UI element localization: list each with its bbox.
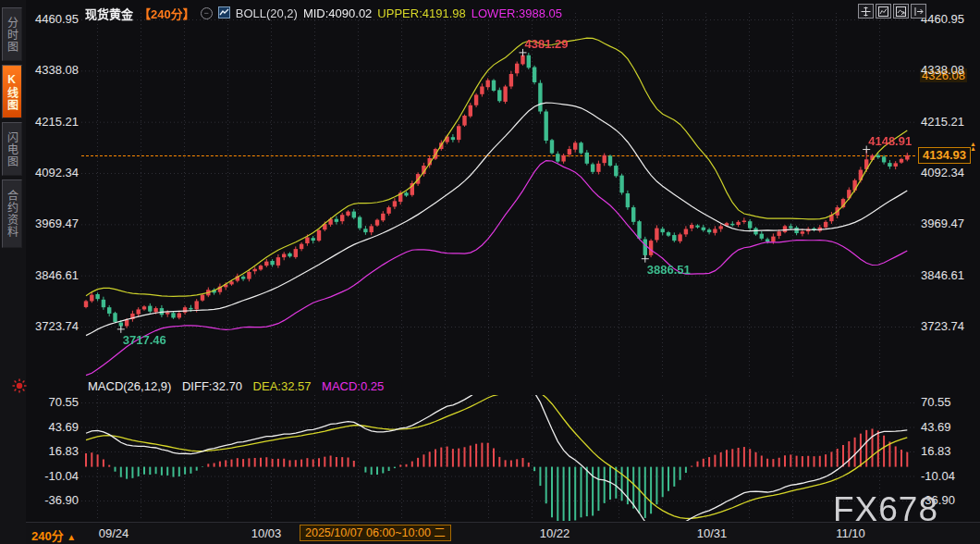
sidebar-item-0[interactable]: 分时图 <box>2 7 22 61</box>
price-axis-label: 4092.34 <box>26 166 79 179</box>
boll-lower-value: LOWER:3988.05 <box>472 6 562 20</box>
price-axis-label: 4460.95 <box>26 12 79 26</box>
x-axis-date: 10/31 <box>697 526 728 540</box>
sidebar: 分时图K线图闪电图合约资料 <box>0 0 26 544</box>
chart-header: 现货黄金 【240分】 − BOLL(20,2) MID:4090.02 UPP… <box>85 5 562 22</box>
macd-diff-value: DIFF:32.70 <box>182 379 242 393</box>
macd-axis-label: 70.55 <box>26 395 79 409</box>
crosshair-date-box: 2025/10/07 06:00~10:00 二 <box>300 525 451 541</box>
price-axis-label: 3723.74 <box>26 319 79 333</box>
period-dropdown[interactable]: 240分 ▲ <box>31 526 76 544</box>
macd-chart-canvas[interactable] <box>81 395 917 521</box>
price-axis-label: 3846.61 <box>26 268 79 282</box>
price-axis-label: 4460.95 <box>921 12 978 26</box>
main-chart-canvas[interactable] <box>81 13 917 379</box>
collapse-icon[interactable]: − <box>201 7 213 19</box>
chart-toolbar <box>858 4 926 19</box>
macd-axis-label: 43.69 <box>921 420 978 434</box>
price-axis-label: 4338.08 <box>921 63 978 77</box>
macd-axis-label: 43.69 <box>26 420 79 434</box>
macd-macd-value: MACD:0.25 <box>322 379 384 393</box>
sidebar-item-3[interactable]: 合约资料 <box>2 179 22 248</box>
macd-axis-label: -10.04 <box>921 469 978 483</box>
price-axis-label: 4338.08 <box>26 63 79 77</box>
sidebar-item-2[interactable]: 闪电图 <box>2 122 22 176</box>
period-dropdown-label: 240分 <box>31 529 64 543</box>
price-axis-label: 3969.47 <box>921 216 978 230</box>
price-annotation: 3886.51 <box>647 263 691 277</box>
x-axis-date: 10/22 <box>540 526 570 540</box>
restore-scale-icon[interactable] <box>876 4 891 19</box>
macd-dea-value: DEA:32.57 <box>253 379 312 393</box>
price-axis-label: 4215.21 <box>921 115 978 129</box>
bottom-axis-bar: 240分 ▲ 2025/10/07 06:00~10:00 二 09/2410/… <box>26 522 980 544</box>
macd-header: MACD(26,12,9) DIFF:32.70 DEA:32.57 MACD:… <box>88 379 384 393</box>
macd-name: MACD(26,12,9) <box>88 379 171 393</box>
boll-upper-value: UPPER:4191.98 <box>377 6 465 20</box>
price-axis-label: 3723.74 <box>921 319 978 333</box>
macd-axis-label: -10.04 <box>26 469 79 483</box>
go-latest-icon[interactable] <box>911 4 926 19</box>
price-scale-arrows-icon: ▲▲ <box>970 142 976 151</box>
price-annotation: 4148.91 <box>868 134 912 148</box>
x-axis-date: 11/10 <box>836 526 865 540</box>
trading-app: 分时图K线图闪电图合约资料 现货黄金 【240分】 − BOLL(20,2) M… <box>0 0 980 544</box>
current-price-box: 4134.93 <box>918 147 971 164</box>
macd-axis-label: 16.83 <box>921 444 978 458</box>
x-axis-date: 09/24 <box>99 526 129 540</box>
price-annotation: 4381.29 <box>525 37 569 51</box>
macd-axis-label: 16.83 <box>26 444 79 458</box>
price-axis-label: 3969.47 <box>26 216 79 230</box>
boll-label: BOLL(20,2) <box>236 6 298 20</box>
symbol-name: 现货黄金 <box>85 5 133 22</box>
indicator-chart-icon <box>218 6 230 21</box>
macd-axis-label: 70.55 <box>921 395 978 409</box>
boll-mid-value: MID:4090.02 <box>303 6 372 20</box>
zoom-chart-icon[interactable] <box>893 4 909 19</box>
price-axis-label: 4215.21 <box>26 115 79 129</box>
price-annotation: 3717.46 <box>123 333 166 347</box>
price-axis-label: 4092.34 <box>921 166 978 179</box>
sidebar-item-1[interactable]: K线图 <box>2 65 22 118</box>
price-axis-label: 3846.61 <box>921 268 978 282</box>
record-dot-icon <box>11 377 28 398</box>
chevron-up-icon: ▲ <box>67 532 76 542</box>
x-axis-date: 10/03 <box>251 526 282 540</box>
period-label: 【240分】 <box>139 5 195 22</box>
crosshair-move-icon[interactable] <box>858 4 874 19</box>
macd-axis-label: -36.90 <box>26 493 79 507</box>
